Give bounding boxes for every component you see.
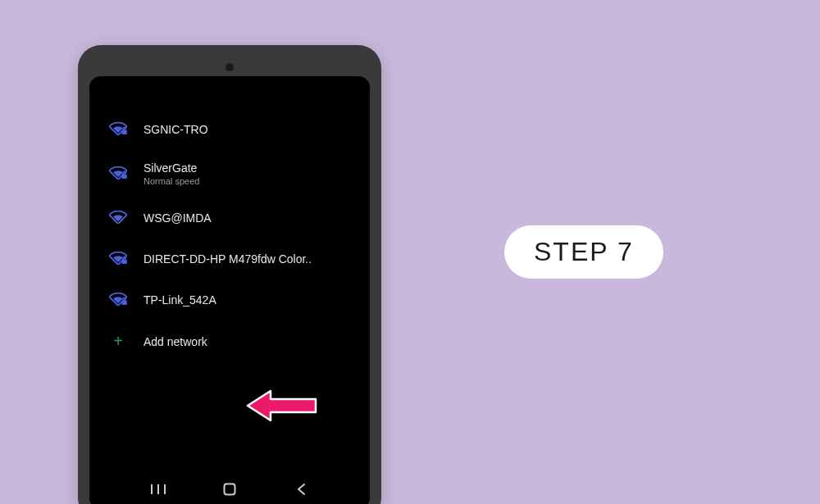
wifi-name: SGNIC-TRO [144,123,208,136]
wifi-signal-locked-icon [109,250,127,268]
wifi-name: WSG@IMDA [144,211,212,225]
wifi-name: DIRECT-DD-HP M479fdw Color.. [144,252,312,266]
svg-rect-2 [122,260,127,264]
android-nav-bar [89,470,370,504]
tablet-device-frame: SGNIC-TRO SilverGate Normal speed WSG@IM… [78,45,381,504]
wifi-subtitle: Normal speed [144,176,199,186]
step-badge: STEP 7 [504,225,663,279]
step-label: STEP 7 [534,237,634,266]
svg-rect-1 [122,175,127,179]
wifi-name: TP-Link_542A [144,293,216,306]
home-button[interactable] [213,473,246,504]
wifi-network-item[interactable]: SGNIC-TRO [89,109,370,150]
svg-rect-0 [122,130,127,134]
svg-rect-7 [224,484,235,495]
wifi-network-item[interactable]: SilverGate Normal speed [89,150,370,198]
back-button[interactable] [285,473,317,504]
wifi-name: SilverGate [144,161,199,175]
wifi-signal-locked-icon [109,120,127,138]
tablet-screen: SGNIC-TRO SilverGate Normal speed WSG@IM… [89,76,370,504]
recents-button[interactable] [142,473,175,504]
wifi-network-item[interactable]: DIRECT-DD-HP M479fdw Color.. [89,238,370,279]
plus-icon: + [109,332,127,351]
wifi-network-item[interactable]: WSG@IMDA [89,198,370,238]
wifi-signal-icon [109,209,127,227]
wifi-signal-locked-icon [109,291,127,309]
wifi-signal-locked-icon [109,165,127,183]
svg-rect-3 [122,301,127,305]
wifi-network-item[interactable]: TP-Link_542A [89,279,370,320]
wifi-settings-list: SGNIC-TRO SilverGate Normal speed WSG@IM… [89,76,370,470]
add-network-button[interactable]: + Add network [89,320,370,362]
add-network-label: Add network [144,335,207,348]
